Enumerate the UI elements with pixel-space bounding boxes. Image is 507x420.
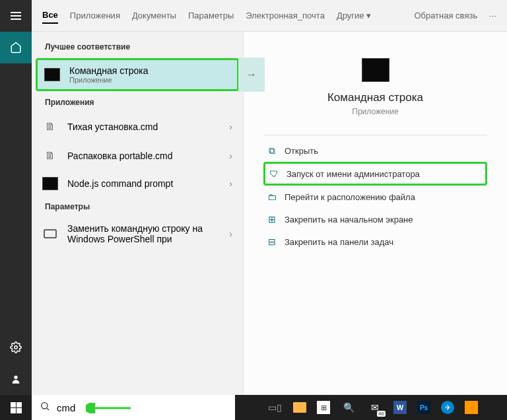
- person-icon: [11, 374, 21, 384]
- preview-title: Командная строка: [263, 91, 487, 104]
- preview-panel: Командная строка Приложение ⧉ Открыть 🛡 …: [243, 32, 507, 395]
- results-panel: Лучшее соответствие Командная строка При…: [32, 32, 243, 395]
- preview-app-icon: [362, 58, 389, 82]
- svg-point-1: [14, 376, 17, 379]
- windows-icon: [11, 402, 22, 413]
- magnifier-button[interactable]: 🔍: [341, 400, 356, 415]
- settings-button[interactable]: [0, 332, 32, 363]
- hamburger-icon: [11, 12, 21, 20]
- mail-button[interactable]: ✉46: [367, 400, 383, 415]
- task-view-button[interactable]: ▭▯: [267, 400, 283, 415]
- menu-button[interactable]: [0, 0, 32, 32]
- svg-point-3: [42, 403, 48, 409]
- file-icon: 🗎: [42, 148, 58, 164]
- home-button[interactable]: [0, 32, 32, 63]
- sublime-button[interactable]: [465, 401, 478, 414]
- tab-email[interactable]: Электронная_почта: [246, 8, 325, 23]
- result-title: Командная строка: [69, 65, 230, 76]
- section-params: Параметры: [32, 197, 243, 217]
- action-run-admin[interactable]: 🛡 Запуск от имени администратора: [263, 162, 487, 186]
- result-cmd[interactable]: Командная строка Приложение →: [36, 58, 239, 91]
- svg-point-0: [15, 346, 18, 349]
- cmd-icon: [42, 177, 58, 190]
- action-pin-start[interactable]: ⊞ Закрепить на начальном экране: [263, 208, 487, 230]
- feedback-link[interactable]: Обратная связь: [414, 8, 477, 23]
- tab-apps[interactable]: Приложения: [70, 8, 120, 23]
- gear-icon: [10, 341, 22, 353]
- mail-badge: 46: [377, 411, 386, 417]
- expand-arrow[interactable]: →: [238, 57, 265, 92]
- result-unpack[interactable]: 🗎 Распаковка portable.cmd ›: [32, 141, 243, 170]
- result-node[interactable]: Node.js command prompt ›: [32, 170, 243, 197]
- search-input[interactable]: [57, 402, 227, 413]
- chevron-right-icon: ›: [229, 178, 232, 189]
- file-icon: 🗎: [42, 119, 58, 135]
- result-silent-install[interactable]: 🗎 Тихая установка.cmd ›: [32, 112, 243, 141]
- admin-icon: 🛡: [268, 168, 280, 180]
- more-button[interactable]: ···: [489, 8, 496, 23]
- pin-icon: ⊟: [266, 236, 278, 248]
- result-replace-ps[interactable]: Заменить командную строку на Windows Pow…: [32, 217, 243, 251]
- filter-tabs: Все Приложения Документы Параметры Элект…: [32, 0, 507, 32]
- explorer-button[interactable]: [293, 402, 306, 413]
- start-button[interactable]: [0, 395, 32, 420]
- taskbar: ▭▯ ⊞ 🔍 ✉46 W Ps ✈: [0, 395, 507, 420]
- tab-others[interactable]: Другие ▾: [337, 8, 371, 23]
- divider: [263, 135, 487, 135]
- tab-all[interactable]: Все: [42, 7, 58, 24]
- svg-line-4: [47, 408, 49, 410]
- tab-params[interactable]: Параметры: [188, 8, 234, 23]
- sidebar: [0, 0, 32, 395]
- profile-button[interactable]: [0, 363, 32, 395]
- word-button[interactable]: W: [393, 401, 407, 414]
- chevron-right-icon: ›: [229, 151, 232, 161]
- chevron-right-icon: ›: [229, 122, 232, 132]
- tab-docs[interactable]: Документы: [132, 8, 176, 23]
- preview-subtitle: Приложение: [263, 107, 487, 116]
- folder-icon: 🗀: [266, 191, 278, 203]
- photoshop-button[interactable]: Ps: [417, 401, 430, 414]
- telegram-button[interactable]: ✈: [441, 401, 454, 414]
- action-file-location[interactable]: 🗀 Перейти к расположению файла: [263, 186, 487, 208]
- section-best-match: Лучшее соответствие: [32, 37, 243, 57]
- pin-icon: ⊞: [266, 213, 278, 225]
- action-open[interactable]: ⧉ Открыть: [263, 139, 487, 162]
- search-box[interactable]: [32, 395, 235, 420]
- svg-rect-2: [44, 230, 56, 238]
- open-icon: ⧉: [266, 145, 278, 157]
- result-subtitle: Приложение: [69, 76, 230, 84]
- setting-icon: [42, 226, 58, 242]
- chevron-right-icon: ›: [229, 228, 232, 239]
- store-button[interactable]: ⊞: [317, 401, 330, 414]
- home-icon: [10, 42, 22, 53]
- search-icon: [40, 401, 50, 414]
- section-apps: Приложения: [32, 92, 243, 112]
- action-pin-taskbar[interactable]: ⊟ Закрепить на панели задач: [263, 230, 487, 253]
- chevron-down-icon: ▾: [366, 11, 371, 20]
- cmd-icon: [44, 68, 60, 81]
